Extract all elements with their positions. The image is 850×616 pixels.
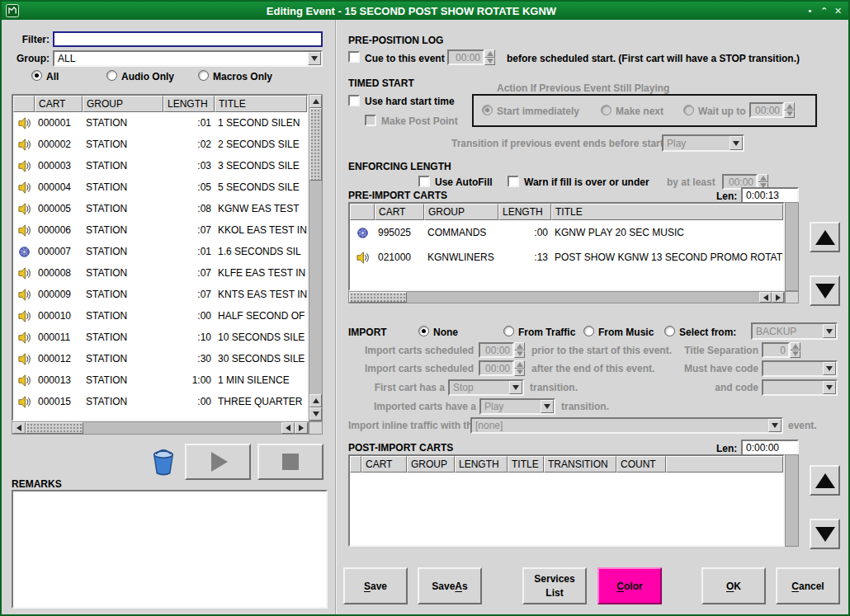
ok-button[interactable]: OK bbox=[701, 567, 766, 604]
spin-up-icon[interactable] bbox=[514, 360, 525, 369]
spin-down-icon[interactable] bbox=[484, 58, 495, 66]
cart-row[interactable]: 000004STATION:055 SECONDS SILE bbox=[13, 176, 307, 198]
and-code-combo[interactable] bbox=[762, 379, 838, 396]
stop-button[interactable] bbox=[257, 444, 323, 480]
column-header-cart[interactable]: CART bbox=[375, 204, 424, 220]
column-header-icon[interactable] bbox=[13, 96, 35, 112]
post-import-move-up-button[interactable] bbox=[810, 465, 840, 496]
scroll-left-icon[interactable] bbox=[759, 292, 772, 303]
radio-select-from[interactable] bbox=[664, 326, 675, 336]
column-header-cart[interactable]: CART bbox=[35, 96, 83, 112]
cart-row[interactable]: 995025COMMANDS:00KGNW PLAY 20 SEC MUSIC bbox=[350, 220, 783, 245]
cart-row[interactable]: 000012STATION:3030 SECONDS SILE bbox=[13, 348, 307, 369]
scrollbar-thumb[interactable] bbox=[309, 108, 322, 181]
pre-import-move-up-button[interactable] bbox=[810, 222, 840, 252]
scrollbar-thumb[interactable] bbox=[26, 422, 83, 434]
cart-row[interactable]: 000007STATION:011.6 SECONDS SIL bbox=[13, 241, 307, 262]
sched-after-spinbox[interactable]: 00:00 bbox=[479, 360, 525, 376]
spin-up-icon[interactable] bbox=[784, 102, 795, 111]
save-as-button[interactable]: Save As bbox=[418, 567, 482, 604]
chevron-down-icon[interactable] bbox=[768, 419, 782, 432]
spin-up-icon[interactable] bbox=[790, 342, 800, 350]
scrollbar-thumb[interactable] bbox=[349, 292, 407, 303]
titlebar[interactable]: Editing Event - 15 SECOND POST SHOW ROTA… bbox=[2, 2, 848, 20]
post-import-move-down-button[interactable] bbox=[810, 519, 840, 549]
column-header-icon[interactable] bbox=[350, 456, 361, 473]
clear-button[interactable] bbox=[147, 447, 180, 480]
remarks-textarea[interactable] bbox=[12, 490, 328, 609]
first-cart-transition-combo[interactable]: Stop bbox=[448, 379, 524, 396]
scroll-right-icon[interactable] bbox=[295, 422, 308, 434]
wait-time-spinbox[interactable]: 00:00 bbox=[749, 102, 795, 118]
chevron-down-icon[interactable] bbox=[730, 136, 743, 150]
transition-select[interactable]: Play bbox=[662, 134, 744, 152]
cart-row[interactable]: 000013STATION1:001 MIN SILENCE bbox=[13, 369, 307, 391]
column-header-length[interactable]: LENGTH bbox=[498, 204, 551, 220]
column-header-cart[interactable]: CART bbox=[361, 456, 407, 473]
radio-start-immediately[interactable] bbox=[482, 105, 493, 115]
spin-up-icon[interactable] bbox=[484, 49, 495, 58]
radio-from-traffic[interactable] bbox=[503, 326, 514, 336]
close-button[interactable]: ✕ bbox=[832, 5, 844, 17]
column-header-transition[interactable]: TRANSITION bbox=[544, 456, 616, 473]
column-header-count[interactable]: COUNT bbox=[616, 456, 666, 473]
chevron-down-icon[interactable] bbox=[823, 324, 836, 338]
radio-wait-up-to[interactable] bbox=[683, 105, 694, 115]
cart-row[interactable]: 000005STATION:08KGNW EAS TEST bbox=[13, 198, 307, 219]
cue-time-spinbox[interactable]: 00:00 bbox=[447, 49, 495, 65]
chevron-down-icon[interactable] bbox=[823, 381, 836, 394]
chevron-down-icon[interactable] bbox=[541, 400, 554, 413]
cart-row[interactable]: 000011STATION:1010 SECONDS SILE bbox=[13, 327, 307, 348]
library-vertical-scrollbar[interactable] bbox=[309, 94, 323, 421]
pre-import-vertical-scrollbar[interactable] bbox=[785, 202, 799, 291]
hard-start-checkbox[interactable] bbox=[348, 95, 360, 106]
sticky-button[interactable]: • bbox=[804, 5, 816, 17]
scroll-right-icon[interactable] bbox=[772, 292, 784, 303]
column-header-title[interactable]: TITLE bbox=[215, 96, 307, 112]
imported-carts-transition-combo[interactable]: Play bbox=[479, 398, 555, 415]
scrollbar-trough[interactable] bbox=[83, 422, 281, 434]
use-autofill-checkbox[interactable] bbox=[418, 176, 430, 187]
radio-all[interactable] bbox=[31, 70, 42, 81]
spin-up-icon[interactable] bbox=[514, 342, 525, 350]
warn-fill-checkbox[interactable] bbox=[508, 176, 519, 187]
column-header-length[interactable]: LENGTH bbox=[163, 96, 215, 112]
spin-down-icon[interactable] bbox=[784, 111, 795, 119]
maximize-button[interactable]: ⌃ bbox=[818, 5, 830, 17]
scrollbar-trough[interactable] bbox=[786, 455, 798, 546]
save-button[interactable]: Save bbox=[343, 567, 408, 604]
scroll-up-icon[interactable] bbox=[309, 394, 322, 407]
column-header-group[interactable]: GROUP bbox=[424, 204, 498, 220]
cart-row[interactable]: 000015STATION:00THREE QUARTER bbox=[13, 391, 307, 412]
cart-row[interactable]: 000008STATION:07KLFE EAS TEST IN bbox=[13, 262, 307, 284]
scroll-down-icon[interactable] bbox=[309, 407, 322, 421]
cart-row[interactable]: 000009STATION:07KNTS EAS TEST IN bbox=[13, 284, 307, 305]
make-post-point-checkbox[interactable] bbox=[365, 115, 376, 126]
chevron-down-icon[interactable] bbox=[823, 362, 836, 375]
radio-macros-only[interactable] bbox=[198, 70, 209, 81]
filter-input[interactable] bbox=[53, 31, 323, 47]
cart-row[interactable]: 000001STATION:011 SECOND SILEN bbox=[13, 112, 307, 134]
scrollbar-trough[interactable] bbox=[407, 292, 759, 303]
spin-down-icon[interactable] bbox=[514, 350, 525, 359]
pre-import-horizontal-scrollbar[interactable] bbox=[348, 291, 785, 303]
spin-down-icon[interactable] bbox=[790, 350, 800, 359]
select-from-combo[interactable]: BACKUP bbox=[751, 322, 838, 340]
radio-from-music[interactable] bbox=[583, 326, 594, 336]
sched-prior-spinbox[interactable]: 00:00 bbox=[479, 342, 525, 358]
cue-to-event-checkbox[interactable] bbox=[348, 51, 360, 63]
scroll-left-icon[interactable] bbox=[12, 422, 26, 434]
library-horizontal-scrollbar[interactable] bbox=[12, 421, 309, 435]
post-import-vertical-scrollbar[interactable] bbox=[785, 454, 799, 547]
services-list-button[interactable]: Services List bbox=[522, 567, 587, 604]
radio-audio-only[interactable] bbox=[106, 70, 117, 81]
inline-traffic-combo[interactable]: [none] bbox=[470, 417, 783, 434]
scroll-up-icon[interactable] bbox=[309, 95, 322, 108]
cart-row[interactable]: 000006STATION:07KKOL EAS TEST IN bbox=[13, 219, 307, 241]
scroll-left-icon[interactable] bbox=[281, 422, 295, 434]
column-header-group[interactable]: GROUP bbox=[407, 456, 455, 473]
cart-row[interactable]: 000010STATION:00HALF SECOND OF bbox=[13, 305, 307, 327]
column-header-icon[interactable] bbox=[350, 204, 375, 220]
must-have-code-combo[interactable] bbox=[762, 360, 838, 377]
column-header-group[interactable]: GROUP bbox=[83, 96, 163, 112]
